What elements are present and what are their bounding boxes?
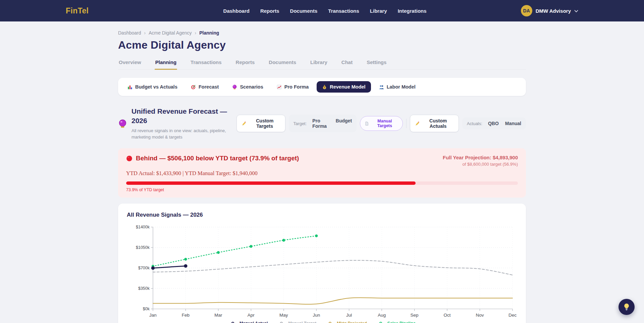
svg-text:Jan: Jan	[149, 313, 157, 318]
tab-settings[interactable]: Settings	[366, 59, 387, 69]
actuals-option-manual[interactable]: Manual	[505, 121, 521, 126]
tab-reports[interactable]: Reports	[235, 59, 256, 69]
target-source-toggle: Target: Pro FormaBudget	[289, 115, 357, 132]
chart-card: All Revenue Signals — 2026 $0k$350k$700k…	[118, 204, 526, 323]
model-tabs: Budget vs ActualsForecastScenariosPro Fo…	[118, 78, 526, 96]
tab-overview[interactable]: Overview	[118, 59, 142, 69]
red-circle-icon	[126, 155, 132, 162]
manual-targets-badge[interactable]: Manual Targets	[360, 116, 403, 131]
target-option-budget[interactable]: Budget	[336, 118, 352, 129]
svg-text:Jul: Jul	[346, 313, 352, 318]
actuals-options: QBOManual	[488, 121, 521, 126]
account-menu[interactable]: DA DMW Advisory	[521, 5, 578, 16]
svg-text:Dec: Dec	[508, 313, 517, 318]
divider	[406, 119, 407, 128]
banner-headline: Behind — $506,100 below YTD target (73.9…	[126, 155, 299, 162]
svg-text:$1050k: $1050k	[136, 246, 150, 250]
model-tab-budget-vs-actuals[interactable]: Budget vs Actuals	[122, 81, 183, 93]
tab-planning[interactable]: Planning	[155, 59, 177, 69]
crystal-ball-icon	[232, 85, 237, 90]
model-tab-forecast[interactable]: Forecast	[185, 81, 224, 93]
custom-actuals-button[interactable]: Custom Actuals	[410, 115, 459, 132]
model-tab-scenarios[interactable]: Scenarios	[227, 81, 268, 93]
full-year-projection: Full Year Projection: $4,893,900	[443, 155, 518, 160]
nav-item-library[interactable]: Library	[370, 8, 387, 14]
page-icon	[365, 121, 369, 126]
crystal-ball-icon	[118, 119, 127, 128]
svg-text:Apr: Apr	[248, 313, 255, 318]
breadcrumb-item-dashboard[interactable]: Dashboard	[118, 30, 141, 36]
legend-label: Manual Actual	[239, 321, 268, 323]
svg-text:$700k: $700k	[138, 266, 150, 271]
avatar[interactable]: DA	[521, 5, 532, 16]
legend-item-manual-target[interactable]: Manual Target	[277, 321, 316, 323]
model-tab-label: Revenue Model	[330, 84, 365, 90]
projection-target: of $8,600,000 target (56.9%)	[443, 162, 518, 167]
pencil-icon	[415, 121, 420, 126]
svg-text:Feb: Feb	[182, 313, 190, 318]
legend-swatch-manual-actual	[228, 321, 237, 323]
svg-text:$0k: $0k	[143, 307, 150, 312]
actuals-option-qbo[interactable]: QBO	[488, 121, 499, 126]
svg-text:$: $	[324, 86, 325, 89]
svg-text:May: May	[279, 313, 288, 318]
custom-targets-label: Custom Targets	[249, 118, 280, 129]
model-tab-pro-forma[interactable]: Pro Forma	[271, 81, 314, 93]
breadcrumb-separator: ›	[195, 30, 197, 36]
model-tab-label: Labor Model	[387, 84, 416, 90]
model-tab-label: Forecast	[199, 84, 219, 90]
svg-text:Aug: Aug	[378, 313, 386, 318]
model-tab-labor-model[interactable]: Labor Model	[374, 81, 421, 93]
legend-item-sales-pipeline[interactable]: Sales Pipeline	[376, 321, 416, 323]
svg-text:$1400k: $1400k	[136, 225, 150, 230]
breadcrumb: Dashboard›Acme Digital Agency›Planning	[118, 30, 526, 36]
tab-documents[interactable]: Documents	[268, 59, 297, 69]
model-tab-label: Scenarios	[240, 84, 263, 90]
legend-label: Mktg Projected	[337, 321, 367, 323]
actuals-label: Actuals:	[467, 121, 482, 126]
model-tab-label: Budget vs Actuals	[135, 84, 177, 90]
revenue-signals-chart: $0k$350k$700k$1050k$1400kJanFebMarAprMay…	[127, 222, 517, 320]
legend-swatch-mktg-projected	[326, 321, 334, 323]
svg-text:Jun: Jun	[313, 313, 320, 318]
top-navbar: FinTel DashboardReportsDocumentsTransact…	[0, 0, 644, 21]
tab-chat[interactable]: Chat	[341, 59, 353, 69]
section-subtitle: All revenue signals in one view: actuals…	[131, 128, 230, 141]
chart-title: All Revenue Signals — 2026	[127, 212, 517, 218]
nav-item-documents[interactable]: Documents	[290, 8, 318, 14]
ytd-progress-track	[126, 181, 518, 185]
bar-chart-icon	[127, 85, 132, 90]
people-icon	[379, 85, 384, 90]
svg-text:$350k: $350k	[138, 286, 150, 291]
model-tab-label: Pro Forma	[284, 84, 309, 90]
model-tab-revenue-model[interactable]: $Revenue Model	[317, 81, 371, 93]
svg-text:Nov: Nov	[476, 313, 484, 318]
legend-item-mktg-projected[interactable]: Mktg Projected	[326, 321, 367, 323]
section-title: Unified Revenue Forecast — 2026	[131, 107, 230, 126]
svg-text:Oct: Oct	[444, 313, 451, 318]
app-logo[interactable]: FinTel	[66, 6, 89, 15]
target-option-pro-forma[interactable]: Pro Forma	[312, 118, 329, 129]
breadcrumb-item-acme-digital-agency[interactable]: Acme Digital Agency	[149, 30, 192, 36]
target-options: Pro FormaBudget	[312, 118, 352, 129]
manual-targets-label: Manual Targets	[371, 119, 398, 128]
nav-item-integrations[interactable]: Integrations	[398, 8, 427, 14]
forecast-controls: Custom Targets Target: Pro FormaBudget M…	[236, 115, 526, 132]
svg-text:Mar: Mar	[214, 313, 222, 318]
custom-targets-button[interactable]: Custom Targets	[236, 115, 285, 132]
tab-library[interactable]: Library	[310, 59, 328, 69]
target-icon	[191, 85, 196, 90]
nav-item-reports[interactable]: Reports	[260, 8, 279, 14]
nav-item-transactions[interactable]: Transactions	[328, 8, 359, 14]
tab-transactions[interactable]: Transactions	[190, 59, 222, 69]
legend-label: Manual Target	[288, 321, 316, 323]
legend-swatch-manual-target	[277, 321, 286, 323]
nav-item-dashboard[interactable]: Dashboard	[223, 8, 250, 14]
page-title: Acme Digital Agency	[118, 39, 526, 51]
chevron-down-icon[interactable]	[574, 10, 578, 13]
chart-legend: Manual ActualManual TargetMktg Projected…	[127, 321, 517, 323]
legend-item-manual-actual[interactable]: Manual Actual	[228, 321, 268, 323]
lightbulb-icon	[623, 303, 631, 311]
banner-headline-text: Behind — $506,100 below YTD target (73.9…	[136, 155, 299, 162]
assistant-fab[interactable]	[619, 299, 635, 315]
